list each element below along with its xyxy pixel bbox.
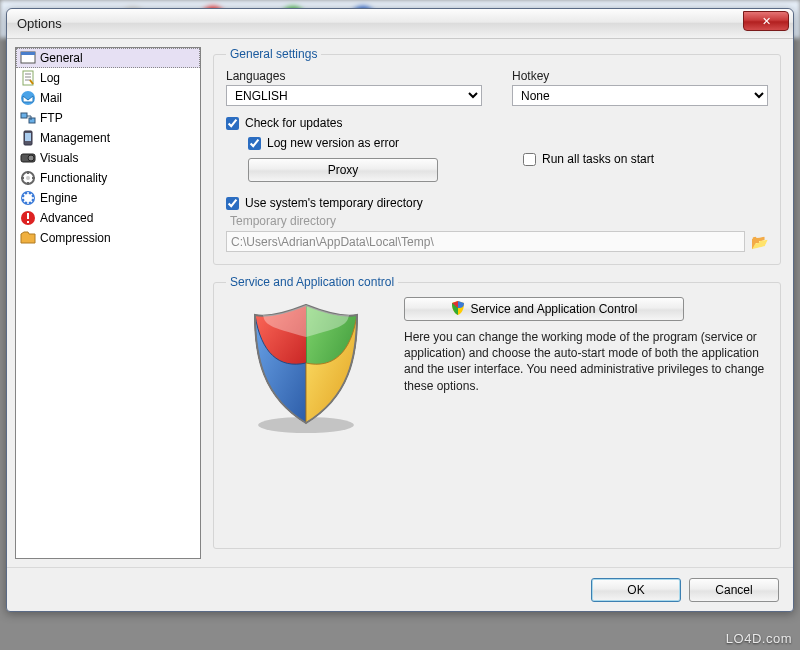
visuals-icon	[20, 150, 36, 166]
functionality-icon	[20, 170, 36, 186]
group-title: General settings	[226, 47, 321, 61]
check-updates-checkbox[interactable]	[226, 117, 239, 130]
svg-rect-10	[25, 133, 31, 141]
svg-rect-18	[27, 213, 29, 219]
hotkey-label: Hotkey	[512, 69, 768, 83]
log-new-version-label: Log new version as error	[267, 136, 399, 150]
check-updates-label: Check for updates	[245, 116, 342, 130]
log-icon	[20, 70, 36, 86]
sidebar-item-label: Log	[40, 71, 60, 85]
sidebar-item-functionality[interactable]: Functionality	[16, 168, 200, 188]
temp-dir-input	[226, 231, 745, 252]
mail-icon	[20, 90, 36, 106]
category-sidebar[interactable]: General Log Mail FTP Management Visuals	[15, 47, 201, 559]
browse-folder-icon[interactable]: 📂	[751, 234, 768, 250]
engine-icon	[20, 190, 36, 206]
sidebar-item-general[interactable]: General	[16, 48, 200, 68]
sidebar-item-label: General	[40, 51, 83, 65]
temp-dir-caption: Temporary directory	[230, 214, 768, 228]
group-title: Service and Application control	[226, 275, 398, 289]
service-description: Here you can change the working mode of …	[404, 329, 768, 394]
sidebar-item-label: FTP	[40, 111, 63, 125]
hotkey-select[interactable]: None	[512, 85, 768, 106]
run-all-tasks-label: Run all tasks on start	[542, 152, 654, 166]
window-icon	[20, 50, 36, 66]
svg-rect-1	[21, 52, 35, 55]
sidebar-item-engine[interactable]: Engine	[16, 188, 200, 208]
sidebar-item-label: Advanced	[40, 211, 93, 225]
sidebar-item-label: Mail	[40, 91, 62, 105]
sidebar-item-mail[interactable]: Mail	[16, 88, 200, 108]
service-control-button[interactable]: Service and Application Control	[404, 297, 684, 321]
titlebar[interactable]: Options ✕	[7, 9, 793, 39]
sidebar-item-log[interactable]: Log	[16, 68, 200, 88]
close-icon: ✕	[762, 15, 771, 27]
sidebar-item-label: Visuals	[40, 151, 78, 165]
options-dialog: Options ✕ General Log Mail FTP	[6, 8, 794, 612]
run-all-tasks-checkbox[interactable]	[523, 153, 536, 166]
general-settings-group: General settings Languages ENGLISH Hotke…	[213, 47, 781, 265]
cancel-button[interactable]: Cancel	[689, 578, 779, 602]
ftp-icon	[20, 110, 36, 126]
watermark: LO4D.com	[726, 631, 792, 646]
advanced-icon	[20, 210, 36, 226]
use-temp-label: Use system's temporary directory	[245, 196, 423, 210]
sidebar-item-compression[interactable]: Compression	[16, 228, 200, 248]
sidebar-item-visuals[interactable]: Visuals	[16, 148, 200, 168]
uac-shield-icon	[451, 301, 465, 318]
svg-point-12	[28, 155, 34, 161]
close-button[interactable]: ✕	[743, 11, 789, 31]
window-title: Options	[17, 16, 62, 31]
sidebar-item-label: Functionality	[40, 171, 107, 185]
dialog-footer: OK Cancel	[7, 567, 793, 611]
service-control-group: Service and Application control	[213, 275, 781, 549]
svg-rect-7	[21, 113, 27, 118]
content-pane: General settings Languages ENGLISH Hotke…	[209, 47, 785, 559]
sidebar-item-label: Engine	[40, 191, 77, 205]
compression-icon	[20, 230, 36, 246]
use-temp-checkbox[interactable]	[226, 197, 239, 210]
sidebar-item-label: Compression	[40, 231, 111, 245]
shield-image	[226, 297, 386, 437]
management-icon	[20, 130, 36, 146]
sidebar-item-advanced[interactable]: Advanced	[16, 208, 200, 228]
dialog-body: General Log Mail FTP Management Visuals	[7, 39, 793, 567]
languages-label: Languages	[226, 69, 482, 83]
languages-select[interactable]: ENGLISH	[226, 85, 482, 106]
proxy-button[interactable]: Proxy	[248, 158, 438, 182]
svg-rect-8	[29, 118, 35, 123]
sidebar-item-ftp[interactable]: FTP	[16, 108, 200, 128]
log-new-version-checkbox[interactable]	[248, 137, 261, 150]
svg-point-14	[26, 176, 30, 180]
sidebar-item-management[interactable]: Management	[16, 128, 200, 148]
ok-button[interactable]: OK	[591, 578, 681, 602]
sidebar-item-label: Management	[40, 131, 110, 145]
svg-rect-19	[27, 221, 29, 223]
